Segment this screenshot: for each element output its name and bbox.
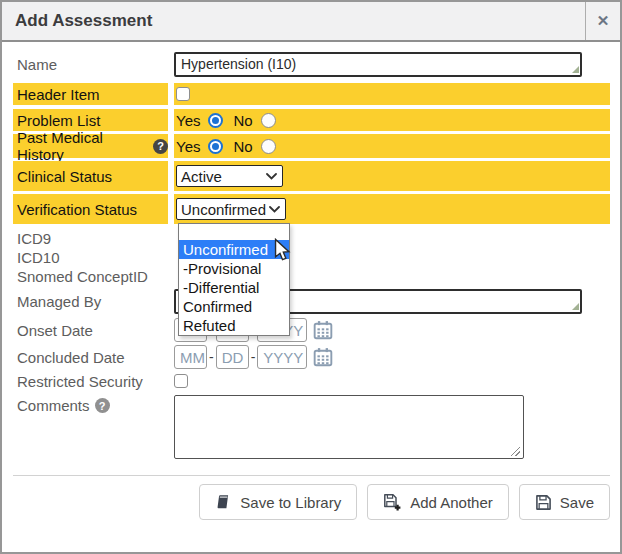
- chevron-down-icon: [266, 173, 277, 180]
- onset-date-label: Onset Date: [13, 322, 168, 339]
- dialog-body: Name Header Item Problem List Yes No: [2, 42, 620, 520]
- icd9-row: ICD9: [13, 229, 610, 248]
- name-row: Name: [13, 50, 610, 78]
- concluded-year-input[interactable]: [257, 345, 307, 369]
- date-separator: -: [209, 349, 214, 365]
- icd9-label: ICD9: [13, 230, 168, 247]
- concluded-month-input[interactable]: [174, 345, 207, 369]
- dropdown-option-blank[interactable]: [179, 224, 289, 240]
- header-item-row: Header Item: [13, 83, 610, 105]
- header-item-label: Header Item: [13, 83, 168, 105]
- past-medical-history-label-text: Past Medical History: [17, 129, 148, 163]
- snomed-label: Snomed ConceptID: [13, 268, 168, 285]
- save-button[interactable]: Save: [519, 484, 610, 520]
- pmh-no-radio[interactable]: [261, 139, 276, 154]
- chevron-down-icon: [269, 206, 280, 213]
- restricted-security-checkbox[interactable]: [174, 374, 188, 388]
- clinical-status-row: Clinical Status Active: [13, 161, 610, 191]
- save-to-library-button[interactable]: Save to Library: [199, 484, 357, 520]
- name-input-wrap: [174, 52, 582, 77]
- problem-list-no-label: No: [233, 112, 252, 129]
- dropdown-option-differential[interactable]: -Differential: [179, 278, 289, 297]
- past-medical-history-row: Past Medical History ? Yes No: [13, 134, 610, 158]
- problem-list-label: Problem List: [13, 109, 168, 131]
- help-icon[interactable]: ?: [95, 398, 110, 413]
- footer-divider: [13, 475, 610, 476]
- name-input[interactable]: [174, 52, 582, 77]
- problem-list-no-radio[interactable]: [261, 113, 276, 128]
- concluded-date-label: Concluded Date: [13, 349, 168, 366]
- dialog-header: Add Assessment ✕: [2, 2, 620, 42]
- snomed-row: Snomed ConceptID: [13, 267, 610, 286]
- problem-list-yes-label: Yes: [176, 112, 200, 129]
- clinical-status-select[interactable]: Active: [176, 165, 283, 187]
- onset-date-row: Onset Date - -: [13, 317, 610, 343]
- past-medical-history-label: Past Medical History ?: [13, 134, 168, 158]
- header-item-checkbox[interactable]: [176, 87, 190, 101]
- concluded-date-row: Concluded Date - -: [13, 344, 610, 370]
- save-icon: [535, 494, 552, 511]
- comments-textarea-wrap: [174, 395, 524, 463]
- comments-label: Comments ?: [13, 397, 168, 414]
- close-button[interactable]: ✕: [585, 2, 620, 40]
- managed-by-label: Managed By: [13, 293, 168, 310]
- name-label: Name: [13, 56, 168, 73]
- calendar-icon[interactable]: [313, 347, 333, 367]
- save-to-library-label: Save to Library: [240, 494, 341, 511]
- dropdown-option-unconfirmed[interactable]: Unconfirmed: [179, 240, 289, 259]
- pmh-yes-radio[interactable]: [208, 139, 223, 154]
- dialog-title: Add Assessment: [2, 2, 585, 40]
- book-icon: [215, 494, 232, 510]
- dropdown-option-provisional[interactable]: -Provisional: [179, 259, 289, 278]
- verification-status-value: Unconfirmed: [181, 201, 266, 218]
- concluded-day-input[interactable]: [216, 345, 249, 369]
- dropdown-option-refuted[interactable]: Refuted: [179, 316, 289, 335]
- button-bar: Save to Library Add Another Save: [13, 484, 610, 520]
- pmh-no-label: No: [233, 138, 252, 155]
- managed-by-row: Managed By: [13, 288, 610, 314]
- close-icon: ✕: [597, 12, 610, 30]
- problem-list-yes-radio[interactable]: [208, 113, 223, 128]
- help-icon[interactable]: ?: [153, 139, 168, 154]
- verification-status-row: Verification Status Unconfirmed: [13, 194, 610, 224]
- clinical-status-value: Active: [181, 168, 222, 185]
- date-separator: -: [251, 349, 256, 365]
- clinical-status-label: Clinical Status: [13, 161, 168, 191]
- verification-status-select[interactable]: Unconfirmed: [176, 198, 286, 220]
- verification-status-label: Verification Status: [13, 194, 168, 224]
- pmh-yes-label: Yes: [176, 138, 200, 155]
- add-another-label: Add Another: [410, 494, 493, 511]
- problem-list-row: Problem List Yes No: [13, 109, 610, 131]
- comments-label-text: Comments: [17, 397, 90, 414]
- calendar-icon[interactable]: [313, 320, 333, 340]
- comments-textarea[interactable]: [174, 395, 524, 459]
- verification-status-dropdown-list: Unconfirmed -Provisional -Differential C…: [178, 223, 290, 336]
- restricted-security-row: Restricted Security: [13, 371, 610, 391]
- save-plus-icon: [383, 493, 402, 511]
- restricted-security-label: Restricted Security: [13, 373, 168, 390]
- add-assessment-dialog: Add Assessment ✕ Name Header Item Proble…: [0, 0, 622, 554]
- icd10-label: ICD10: [13, 249, 168, 266]
- save-label: Save: [560, 494, 594, 511]
- add-another-button[interactable]: Add Another: [367, 484, 509, 520]
- icd10-row: ICD10: [13, 248, 610, 267]
- dropdown-option-confirmed[interactable]: Confirmed: [179, 297, 289, 316]
- comments-row: Comments ?: [13, 395, 610, 463]
